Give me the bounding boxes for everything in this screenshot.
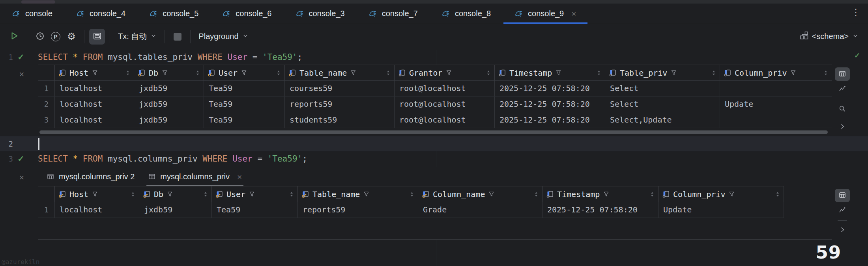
sort-icon[interactable] <box>823 69 829 76</box>
sort-icon[interactable] <box>711 69 716 76</box>
history-button[interactable] <box>32 29 48 45</box>
sort-icon[interactable] <box>486 69 491 76</box>
horizontal-scrollbar[interactable] <box>39 130 829 134</box>
cell[interactable]: root@localhost <box>395 97 495 112</box>
editor-tab-console_7[interactable]: console_7 <box>357 4 430 24</box>
close-result-icon[interactable]: × <box>17 173 27 183</box>
cell[interactable]: 2025-12-25 07:58:20 <box>495 97 605 112</box>
filter-icon[interactable] <box>241 69 247 76</box>
in-editor-results-toggle[interactable] <box>89 29 105 45</box>
filter-icon[interactable] <box>363 191 370 197</box>
settings-button[interactable]: ⚙ <box>64 29 79 45</box>
filter-icon[interactable] <box>603 191 610 197</box>
playground-dropdown[interactable]: Playground <box>195 29 251 45</box>
cell[interactable]: Tea59 <box>204 97 285 112</box>
filter-icon[interactable] <box>249 191 255 197</box>
filter-icon[interactable] <box>728 191 735 197</box>
sort-icon[interactable] <box>276 69 281 76</box>
column-header-user[interactable]: User <box>204 65 285 81</box>
sort-icon[interactable] <box>289 191 294 198</box>
column-header-timestamp[interactable]: Timestamp <box>542 186 658 202</box>
column-header-column_name[interactable]: Column_name <box>418 186 542 202</box>
cell[interactable]: courses59 <box>285 81 395 97</box>
editor-tab-console_5[interactable]: console_5 <box>137 4 210 24</box>
column-header-table_name[interactable]: Table_name <box>285 65 395 81</box>
column-header-grantor[interactable]: Grantor <box>395 65 495 81</box>
cell[interactable]: Tea59 <box>204 112 285 128</box>
cell[interactable]: root@localhost <box>395 81 495 97</box>
cell[interactable]: Update <box>720 97 832 112</box>
editor-tab-console_4[interactable]: console_4 <box>64 4 137 24</box>
row-number[interactable]: 3 <box>38 112 55 128</box>
sort-icon[interactable] <box>596 69 602 76</box>
result-tab-mysql.columns_priv[interactable]: mysql.columns_priv× <box>146 167 243 186</box>
sort-icon[interactable] <box>649 191 655 198</box>
sql-statement-1[interactable]: SELECT * FROM mysql.tables_priv WHERE Us… <box>38 50 302 65</box>
sort-icon[interactable] <box>203 191 208 198</box>
column-header-db[interactable]: Db <box>139 186 212 202</box>
cell[interactable]: root@localhost <box>395 112 495 128</box>
filter-icon[interactable] <box>166 191 173 197</box>
cell[interactable]: jxdb59 <box>134 112 204 128</box>
column-header-db[interactable]: Db <box>134 65 204 81</box>
filter-icon[interactable] <box>670 69 677 76</box>
grid-view-button[interactable] <box>835 67 850 81</box>
column-header-table_name[interactable]: Table_name <box>298 186 418 202</box>
editor-gutter[interactable]: 3✓ <box>0 151 38 166</box>
filter-icon[interactable] <box>161 69 168 76</box>
kebab-menu-icon[interactable]: ⋮ <box>850 7 862 18</box>
sort-icon[interactable] <box>533 191 539 198</box>
cell[interactable]: students59 <box>285 112 395 128</box>
column-header-host[interactable]: Host <box>55 186 139 202</box>
inspection-status-icon[interactable]: ✓ <box>854 51 860 60</box>
cell[interactable] <box>720 81 832 97</box>
filter-icon[interactable] <box>555 69 562 76</box>
column-header-column_priv[interactable]: Column_priv <box>658 186 784 202</box>
sort-icon[interactable] <box>195 69 200 76</box>
code-line-1[interactable]: 1✓ SELECT * FROM mysql.tables_priv WHERE… <box>0 50 868 65</box>
row-number[interactable]: 2 <box>38 97 55 112</box>
parameters-button[interactable]: P <box>48 29 64 45</box>
grid-view-button[interactable] <box>835 189 850 202</box>
cell[interactable]: Tea59 <box>212 202 298 218</box>
row-number[interactable]: 1 <box>38 81 55 97</box>
sort-icon[interactable] <box>385 69 391 76</box>
cell[interactable]: 2025-12-25 07:58:20 <box>495 112 605 128</box>
cell[interactable]: localhost <box>55 202 139 218</box>
chart-view-button[interactable] <box>835 82 850 96</box>
cell[interactable] <box>720 112 832 128</box>
cell[interactable]: jxdb59 <box>134 97 204 112</box>
cell[interactable]: Select <box>605 97 720 112</box>
filter-icon[interactable] <box>790 69 797 76</box>
code-line-2[interactable]: 2 <box>0 136 868 151</box>
cell[interactable]: Update <box>658 202 784 218</box>
column-header-timestamp[interactable]: Timestamp <box>495 65 605 81</box>
editor-gutter[interactable]: 2 <box>0 136 38 151</box>
stop-button[interactable] <box>170 29 185 45</box>
filter-icon[interactable] <box>445 69 452 76</box>
editor-gutter[interactable]: 1✓ <box>0 50 38 65</box>
tx-mode-dropdown[interactable]: Tx: 自动 <box>115 29 160 45</box>
row-number[interactable]: 1 <box>38 202 55 218</box>
code-line-3[interactable]: 3✓ SELECT * FROM mysql.columns_priv WHER… <box>0 151 868 166</box>
cell[interactable]: localhost <box>55 112 134 128</box>
column-header-user[interactable]: User <box>212 186 298 202</box>
close-icon[interactable]: × <box>237 173 242 181</box>
cell[interactable]: jxdb59 <box>134 81 204 97</box>
cell[interactable]: Select,Update <box>605 112 720 128</box>
scrollbar-thumb[interactable] <box>39 130 828 134</box>
column-header-host[interactable]: Host <box>55 65 134 81</box>
cell[interactable]: localhost <box>55 81 134 97</box>
cell[interactable]: Tea59 <box>204 81 285 97</box>
filter-icon[interactable] <box>488 191 495 197</box>
column-header-column_priv[interactable]: Column_priv <box>720 65 832 81</box>
editor-tab-console_9[interactable]: console_9× <box>503 4 588 24</box>
expand-panel-button[interactable] <box>835 223 850 237</box>
sort-icon[interactable] <box>125 69 131 76</box>
sort-icon[interactable] <box>409 191 415 198</box>
filter-icon[interactable] <box>92 191 98 197</box>
result-tab-mysql.columns_priv-2[interactable]: mysql.columns_priv 2 <box>45 167 136 186</box>
filter-icon[interactable] <box>350 69 357 76</box>
find-button[interactable] <box>835 102 850 116</box>
cell[interactable]: localhost <box>55 97 134 112</box>
